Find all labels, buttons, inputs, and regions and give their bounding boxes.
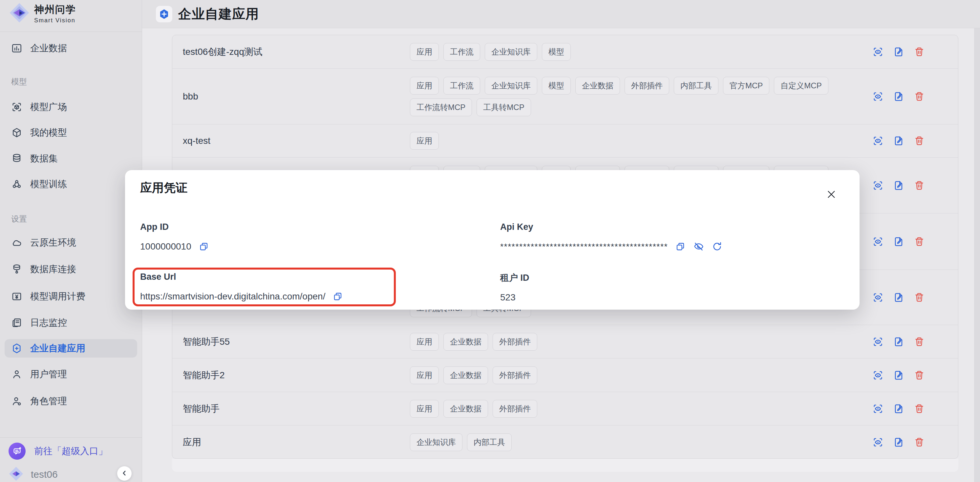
api-key-label: Api Key (500, 222, 723, 232)
view-button[interactable] (872, 135, 884, 147)
delete-button[interactable] (913, 180, 925, 192)
brand-title: 神州问学 (34, 3, 76, 16)
sidebar-user: test06 (8, 466, 58, 482)
view-button[interactable] (872, 292, 884, 303)
delete-icon (914, 236, 925, 247)
row-actions (872, 336, 925, 348)
view-button[interactable] (872, 369, 884, 381)
view-button[interactable] (872, 180, 884, 192)
edit-button[interactable] (893, 403, 905, 415)
delete-button[interactable] (913, 369, 925, 381)
sidebar-portal-link[interactable]: 前往「超级入口」 (8, 443, 108, 460)
delete-button[interactable] (913, 236, 925, 247)
field-base-url: Base Url https://smartvision-dev.digital… (140, 272, 344, 302)
edit-button[interactable] (893, 436, 905, 448)
edit-button[interactable] (893, 91, 905, 102)
tag-chip: 应用 (410, 366, 439, 384)
delete-button[interactable] (913, 135, 925, 147)
view-icon (872, 236, 883, 247)
edit-icon (893, 135, 904, 147)
app-name: 应用 (183, 436, 201, 448)
sidebar-item-角色管理[interactable]: 角色管理 (5, 392, 137, 410)
close-icon[interactable] (824, 187, 838, 202)
view-icon (872, 91, 883, 102)
sidebar-item-模型调用计费[interactable]: 模型调用计费 (5, 287, 137, 306)
sidebar-item-日志监控[interactable]: 日志监控 (5, 314, 137, 332)
tag-chip: 外部插件 (625, 77, 669, 94)
table-row: 智能助手55应用企业数据外部插件 (172, 325, 958, 358)
sidebar-item-用户管理[interactable]: 用户管理 (5, 365, 137, 383)
delete-button[interactable] (913, 292, 925, 303)
sidebar: 神州问学 Smart Vision 企业数据模型模型广场我的模型数据集模型训练设… (0, 0, 142, 482)
delete-button[interactable] (913, 46, 925, 58)
sidebar-item-企业数据[interactable]: 企业数据 (5, 39, 137, 57)
tag-chip: 外部插件 (493, 400, 537, 418)
view-button[interactable] (872, 46, 884, 58)
delete-icon (914, 336, 925, 347)
app-name: 智能助手55 (183, 335, 230, 348)
delete-button[interactable] (913, 336, 925, 348)
row-actions (872, 91, 925, 102)
sidebar-item-模型训练[interactable]: 模型训练 (5, 175, 137, 193)
tag-chip: 企业知识库 (485, 43, 537, 61)
sidebar-collapse-button[interactable] (117, 466, 132, 481)
view-button[interactable] (872, 436, 884, 448)
row-actions (872, 436, 925, 448)
edit-icon (893, 236, 904, 247)
view-button[interactable] (872, 403, 884, 415)
tag-chip: 应用 (410, 43, 439, 61)
edit-icon (893, 336, 904, 347)
view-button[interactable] (872, 91, 884, 102)
scrollbar-track[interactable] (974, 28, 980, 482)
edit-button[interactable] (893, 236, 905, 247)
view-icon (872, 292, 883, 303)
billing-icon (11, 291, 22, 302)
page-title: 企业自建应用 (178, 5, 259, 23)
copy-icon[interactable] (332, 290, 344, 302)
hexagon-plus-app-icon (156, 6, 172, 22)
copy-icon[interactable] (675, 241, 686, 252)
eye-off-icon[interactable] (693, 241, 705, 252)
sidebar-item-模型广场[interactable]: 模型广场 (5, 98, 137, 116)
edit-button[interactable] (893, 292, 905, 303)
view-button[interactable] (872, 336, 884, 348)
view-button[interactable] (872, 236, 884, 247)
api-key-value: ****************************************… (500, 242, 668, 252)
delete-button[interactable] (913, 403, 925, 415)
view-icon (872, 135, 883, 147)
tag-chip: 模型 (542, 43, 571, 61)
sidebar-item-我的模型[interactable]: 我的模型 (5, 123, 137, 142)
row-actions (872, 236, 925, 247)
sidebar-item-数据库连接[interactable]: 数据库连接 (5, 260, 137, 278)
edit-button[interactable] (893, 180, 905, 192)
copy-icon[interactable] (198, 241, 210, 252)
view-icon (872, 46, 883, 57)
field-api-key: Api Key ********************************… (500, 222, 723, 252)
delete-icon (914, 403, 925, 414)
delete-button[interactable] (913, 436, 925, 448)
table-row: 智能助手2应用企业数据外部插件 (172, 358, 958, 392)
user-logo-icon (8, 466, 24, 482)
dialog-title: 应用凭证 (140, 180, 188, 196)
app-tags: 应用企业数据外部插件 (410, 392, 863, 425)
sidebar-item-label: 数据库连接 (30, 263, 76, 276)
sidebar-item-云原生环境[interactable]: 云原生环境 (5, 233, 137, 252)
table-row: xq-test应用 (172, 124, 958, 157)
edit-button[interactable] (893, 46, 905, 58)
delete-icon (914, 91, 925, 102)
view-icon (872, 180, 883, 191)
sidebar-item-数据集[interactable]: 数据集 (5, 149, 137, 168)
tag-chip: 应用 (410, 132, 439, 150)
app-tags: 应用工作流企业知识库模型 (410, 35, 863, 68)
app-id-label: App ID (140, 222, 210, 232)
edit-button[interactable] (893, 336, 905, 348)
delete-button[interactable] (913, 91, 925, 102)
refresh-icon[interactable] (711, 241, 723, 252)
edit-button[interactable] (893, 369, 905, 381)
sidebar-item-label: 用户管理 (30, 368, 67, 381)
app-name: bbb (183, 91, 198, 102)
bar-chart-icon (11, 43, 22, 54)
edit-button[interactable] (893, 135, 905, 147)
sidebar-item-label: 我的模型 (30, 126, 67, 139)
sidebar-item-企业自建应用[interactable]: 企业自建应用 (5, 339, 137, 358)
